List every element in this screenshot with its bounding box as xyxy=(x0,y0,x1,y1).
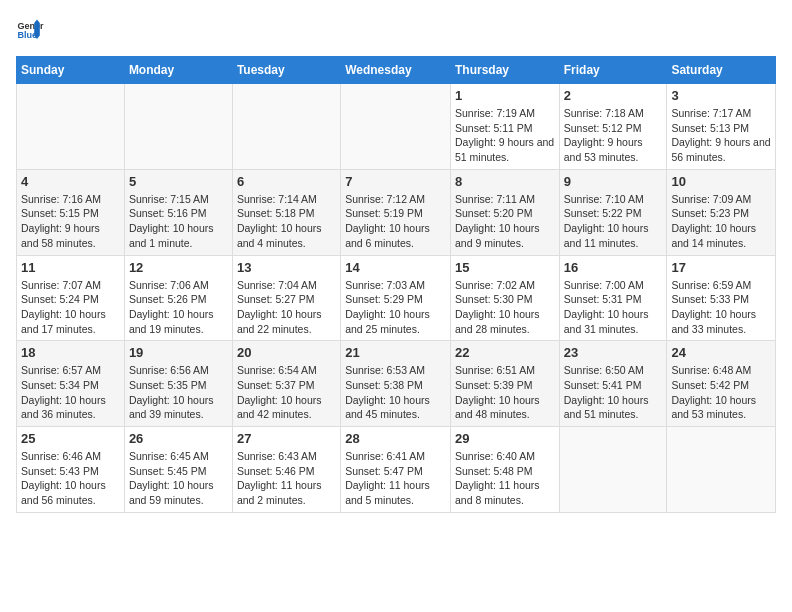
calendar-cell: 7Sunrise: 7:12 AMSunset: 5:19 PMDaylight… xyxy=(341,169,451,255)
calendar-cell: 9Sunrise: 7:10 AMSunset: 5:22 PMDaylight… xyxy=(559,169,667,255)
calendar-cell xyxy=(341,84,451,170)
header-saturday: Saturday xyxy=(667,57,776,84)
logo: General Blue xyxy=(16,16,44,44)
day-info: Sunrise: 7:12 AMSunset: 5:19 PMDaylight:… xyxy=(345,192,446,251)
day-number: 17 xyxy=(671,260,771,275)
calendar-week-1: 1Sunrise: 7:19 AMSunset: 5:11 PMDaylight… xyxy=(17,84,776,170)
header: General Blue xyxy=(16,16,776,44)
day-info: Sunrise: 7:19 AMSunset: 5:11 PMDaylight:… xyxy=(455,106,555,165)
day-number: 20 xyxy=(237,345,336,360)
calendar-cell: 18Sunrise: 6:57 AMSunset: 5:34 PMDayligh… xyxy=(17,341,125,427)
day-number: 23 xyxy=(564,345,663,360)
calendar-cell: 6Sunrise: 7:14 AMSunset: 5:18 PMDaylight… xyxy=(232,169,340,255)
calendar-cell: 2Sunrise: 7:18 AMSunset: 5:12 PMDaylight… xyxy=(559,84,667,170)
day-info: Sunrise: 7:17 AMSunset: 5:13 PMDaylight:… xyxy=(671,106,771,165)
day-number: 6 xyxy=(237,174,336,189)
day-info: Sunrise: 7:10 AMSunset: 5:22 PMDaylight:… xyxy=(564,192,663,251)
day-number: 21 xyxy=(345,345,446,360)
day-info: Sunrise: 6:51 AMSunset: 5:39 PMDaylight:… xyxy=(455,363,555,422)
day-info: Sunrise: 6:50 AMSunset: 5:41 PMDaylight:… xyxy=(564,363,663,422)
day-number: 22 xyxy=(455,345,555,360)
header-friday: Friday xyxy=(559,57,667,84)
header-monday: Monday xyxy=(124,57,232,84)
day-number: 14 xyxy=(345,260,446,275)
day-info: Sunrise: 7:14 AMSunset: 5:18 PMDaylight:… xyxy=(237,192,336,251)
day-number: 2 xyxy=(564,88,663,103)
day-number: 13 xyxy=(237,260,336,275)
calendar-cell: 29Sunrise: 6:40 AMSunset: 5:48 PMDayligh… xyxy=(450,427,559,513)
logo-icon: General Blue xyxy=(16,16,44,44)
calendar-cell xyxy=(559,427,667,513)
calendar-cell xyxy=(232,84,340,170)
day-info: Sunrise: 6:45 AMSunset: 5:45 PMDaylight:… xyxy=(129,449,228,508)
day-info: Sunrise: 6:59 AMSunset: 5:33 PMDaylight:… xyxy=(671,278,771,337)
day-number: 28 xyxy=(345,431,446,446)
day-info: Sunrise: 7:11 AMSunset: 5:20 PMDaylight:… xyxy=(455,192,555,251)
calendar-cell: 21Sunrise: 6:53 AMSunset: 5:38 PMDayligh… xyxy=(341,341,451,427)
day-info: Sunrise: 7:18 AMSunset: 5:12 PMDaylight:… xyxy=(564,106,663,165)
day-info: Sunrise: 6:41 AMSunset: 5:47 PMDaylight:… xyxy=(345,449,446,508)
day-info: Sunrise: 6:54 AMSunset: 5:37 PMDaylight:… xyxy=(237,363,336,422)
header-tuesday: Tuesday xyxy=(232,57,340,84)
calendar-week-4: 18Sunrise: 6:57 AMSunset: 5:34 PMDayligh… xyxy=(17,341,776,427)
day-info: Sunrise: 6:48 AMSunset: 5:42 PMDaylight:… xyxy=(671,363,771,422)
day-info: Sunrise: 7:07 AMSunset: 5:24 PMDaylight:… xyxy=(21,278,120,337)
calendar-cell: 27Sunrise: 6:43 AMSunset: 5:46 PMDayligh… xyxy=(232,427,340,513)
calendar-cell: 17Sunrise: 6:59 AMSunset: 5:33 PMDayligh… xyxy=(667,255,776,341)
day-number: 27 xyxy=(237,431,336,446)
day-number: 24 xyxy=(671,345,771,360)
day-info: Sunrise: 6:43 AMSunset: 5:46 PMDaylight:… xyxy=(237,449,336,508)
day-number: 12 xyxy=(129,260,228,275)
day-number: 11 xyxy=(21,260,120,275)
calendar-cell: 11Sunrise: 7:07 AMSunset: 5:24 PMDayligh… xyxy=(17,255,125,341)
day-number: 18 xyxy=(21,345,120,360)
calendar-cell: 1Sunrise: 7:19 AMSunset: 5:11 PMDaylight… xyxy=(450,84,559,170)
calendar-week-2: 4Sunrise: 7:16 AMSunset: 5:15 PMDaylight… xyxy=(17,169,776,255)
calendar-week-3: 11Sunrise: 7:07 AMSunset: 5:24 PMDayligh… xyxy=(17,255,776,341)
day-info: Sunrise: 6:53 AMSunset: 5:38 PMDaylight:… xyxy=(345,363,446,422)
day-info: Sunrise: 6:56 AMSunset: 5:35 PMDaylight:… xyxy=(129,363,228,422)
day-number: 5 xyxy=(129,174,228,189)
calendar-cell xyxy=(17,84,125,170)
day-number: 25 xyxy=(21,431,120,446)
calendar-cell: 26Sunrise: 6:45 AMSunset: 5:45 PMDayligh… xyxy=(124,427,232,513)
day-number: 16 xyxy=(564,260,663,275)
day-number: 1 xyxy=(455,88,555,103)
calendar-header-row: SundayMondayTuesdayWednesdayThursdayFrid… xyxy=(17,57,776,84)
day-number: 4 xyxy=(21,174,120,189)
calendar-cell: 19Sunrise: 6:56 AMSunset: 5:35 PMDayligh… xyxy=(124,341,232,427)
day-info: Sunrise: 7:00 AMSunset: 5:31 PMDaylight:… xyxy=(564,278,663,337)
calendar-cell xyxy=(124,84,232,170)
day-number: 7 xyxy=(345,174,446,189)
calendar-cell: 25Sunrise: 6:46 AMSunset: 5:43 PMDayligh… xyxy=(17,427,125,513)
day-number: 9 xyxy=(564,174,663,189)
header-sunday: Sunday xyxy=(17,57,125,84)
calendar-cell: 24Sunrise: 6:48 AMSunset: 5:42 PMDayligh… xyxy=(667,341,776,427)
day-number: 29 xyxy=(455,431,555,446)
calendar-cell: 13Sunrise: 7:04 AMSunset: 5:27 PMDayligh… xyxy=(232,255,340,341)
day-number: 26 xyxy=(129,431,228,446)
header-thursday: Thursday xyxy=(450,57,559,84)
day-number: 19 xyxy=(129,345,228,360)
calendar-cell: 20Sunrise: 6:54 AMSunset: 5:37 PMDayligh… xyxy=(232,341,340,427)
calendar-table: SundayMondayTuesdayWednesdayThursdayFrid… xyxy=(16,56,776,513)
calendar-cell: 22Sunrise: 6:51 AMSunset: 5:39 PMDayligh… xyxy=(450,341,559,427)
calendar-cell: 16Sunrise: 7:00 AMSunset: 5:31 PMDayligh… xyxy=(559,255,667,341)
day-number: 3 xyxy=(671,88,771,103)
calendar-cell: 23Sunrise: 6:50 AMSunset: 5:41 PMDayligh… xyxy=(559,341,667,427)
day-info: Sunrise: 7:06 AMSunset: 5:26 PMDaylight:… xyxy=(129,278,228,337)
header-wednesday: Wednesday xyxy=(341,57,451,84)
calendar-cell: 8Sunrise: 7:11 AMSunset: 5:20 PMDaylight… xyxy=(450,169,559,255)
svg-text:General: General xyxy=(17,21,44,31)
day-number: 8 xyxy=(455,174,555,189)
calendar-cell xyxy=(667,427,776,513)
calendar-cell: 28Sunrise: 6:41 AMSunset: 5:47 PMDayligh… xyxy=(341,427,451,513)
calendar-cell: 14Sunrise: 7:03 AMSunset: 5:29 PMDayligh… xyxy=(341,255,451,341)
day-info: Sunrise: 6:40 AMSunset: 5:48 PMDaylight:… xyxy=(455,449,555,508)
calendar-cell: 12Sunrise: 7:06 AMSunset: 5:26 PMDayligh… xyxy=(124,255,232,341)
day-info: Sunrise: 6:57 AMSunset: 5:34 PMDaylight:… xyxy=(21,363,120,422)
day-number: 10 xyxy=(671,174,771,189)
day-info: Sunrise: 7:02 AMSunset: 5:30 PMDaylight:… xyxy=(455,278,555,337)
day-number: 15 xyxy=(455,260,555,275)
calendar-cell: 4Sunrise: 7:16 AMSunset: 5:15 PMDaylight… xyxy=(17,169,125,255)
